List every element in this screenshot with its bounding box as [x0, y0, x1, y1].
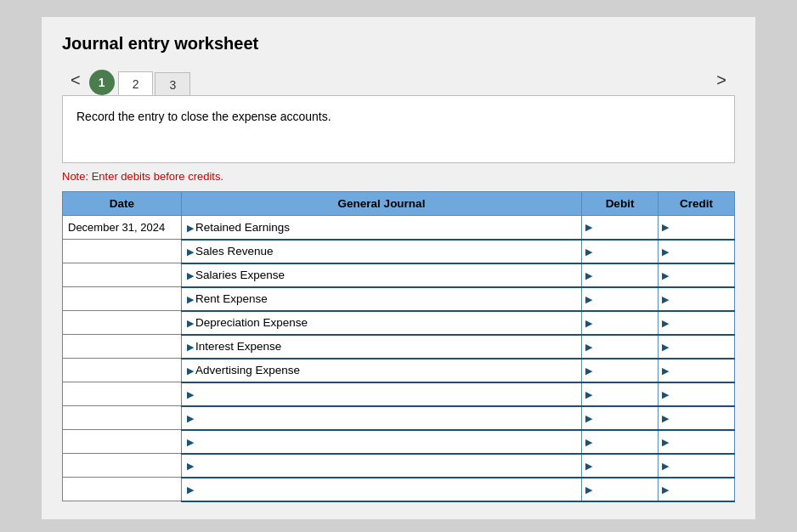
date-cell [63, 240, 182, 263]
date-cell [63, 311, 182, 335]
credit-cell[interactable]: ▶ [659, 454, 735, 478]
debit-cell[interactable]: ▶ [582, 454, 659, 478]
nav-row: < 1 2 3 > [62, 65, 735, 95]
entry-cell[interactable]: ▶Rent Expense [182, 287, 582, 311]
date-cell [63, 406, 182, 430]
table-row: ▶Depreciation Expense▶▶ [63, 311, 735, 335]
credit-cell[interactable]: ▶ [659, 311, 735, 335]
entry-cell[interactable]: ▶Depreciation Expense [182, 311, 582, 335]
debit-cell[interactable]: ▶ [582, 311, 659, 335]
prev-arrow[interactable]: < [62, 65, 89, 95]
table-row: ▶Sales Revenue▶▶ [63, 240, 735, 263]
tabs-container: 1 2 3 [89, 70, 709, 95]
credit-cell[interactable]: ▶ [659, 287, 735, 311]
instruction-box: Record the entry to close the expense ac… [62, 95, 735, 163]
credit-cell[interactable]: ▶ [659, 359, 735, 382]
instruction-text: Record the entry to close the expense ac… [76, 110, 331, 123]
entry-cell[interactable]: ▶ [182, 382, 582, 406]
header-date: Date [63, 192, 182, 216]
table-row: December 31, 2024▶Retained Earnings▶▶ [63, 216, 735, 240]
table-row: ▶Salaries Expense▶▶ [63, 263, 735, 287]
note-text: Note: Enter debits before credits. [62, 170, 735, 183]
header-journal: General Journal [182, 192, 582, 216]
credit-cell[interactable]: ▶ [659, 216, 735, 240]
date-cell [63, 263, 182, 287]
next-arrow[interactable]: > [708, 65, 735, 95]
main-container: Journal entry worksheet < 1 2 3 > Record… [42, 17, 755, 519]
credit-cell[interactable]: ▶ [659, 240, 735, 263]
entry-cell[interactable]: ▶Retained Earnings [182, 216, 582, 240]
entry-cell[interactable]: ▶Salaries Expense [182, 263, 582, 287]
debit-cell[interactable]: ▶ [582, 335, 659, 359]
credit-cell[interactable]: ▶ [659, 263, 735, 287]
journal-table: Date General Journal Debit Credit Decemb… [62, 191, 735, 502]
page-title: Journal entry worksheet [62, 34, 735, 54]
debit-cell[interactable]: ▶ [582, 287, 659, 311]
header-credit: Credit [659, 192, 735, 216]
credit-cell[interactable]: ▶ [659, 478, 735, 501]
table-row: ▶Advertising Expense▶▶ [63, 359, 735, 382]
debit-cell[interactable]: ▶ [582, 478, 659, 501]
date-cell [63, 454, 182, 478]
table-row: ▶▶▶ [63, 406, 735, 430]
table-row: ▶▶▶ [63, 382, 735, 406]
debit-cell[interactable]: ▶ [582, 359, 659, 382]
header-debit: Debit [582, 192, 659, 216]
table-row: ▶▶▶ [63, 430, 735, 454]
entry-cell[interactable]: ▶ [182, 406, 582, 430]
date-cell [63, 335, 182, 359]
entry-cell[interactable]: ▶ [182, 454, 582, 478]
tab-3[interactable]: 3 [155, 72, 190, 95]
date-cell [63, 478, 182, 501]
entry-cell[interactable]: ▶Advertising Expense [182, 359, 582, 382]
entry-cell[interactable]: ▶ [182, 430, 582, 454]
date-cell [63, 359, 182, 382]
table-row: ▶Rent Expense▶▶ [63, 287, 735, 311]
debit-cell[interactable]: ▶ [582, 216, 659, 240]
credit-cell[interactable]: ▶ [659, 382, 735, 406]
debit-cell[interactable]: ▶ [582, 240, 659, 263]
credit-cell[interactable]: ▶ [659, 406, 735, 430]
debit-cell[interactable]: ▶ [582, 382, 659, 406]
date-cell [63, 287, 182, 311]
credit-cell[interactable]: ▶ [659, 430, 735, 454]
tab-1[interactable]: 1 [89, 70, 115, 95]
entry-cell[interactable]: ▶ [182, 478, 582, 501]
debit-cell[interactable]: ▶ [582, 430, 659, 454]
credit-cell[interactable]: ▶ [659, 335, 735, 359]
table-row: ▶Interest Expense▶▶ [63, 335, 735, 359]
date-cell [63, 430, 182, 454]
date-cell [63, 382, 182, 406]
table-row: ▶▶▶ [63, 478, 735, 501]
date-cell: December 31, 2024 [63, 216, 182, 240]
entry-cell[interactable]: ▶Sales Revenue [182, 240, 582, 263]
debit-cell[interactable]: ▶ [582, 263, 659, 287]
entry-cell[interactable]: ▶Interest Expense [182, 335, 582, 359]
debit-cell[interactable]: ▶ [582, 406, 659, 430]
tab-2[interactable]: 2 [118, 71, 154, 95]
table-row: ▶▶▶ [63, 454, 735, 478]
